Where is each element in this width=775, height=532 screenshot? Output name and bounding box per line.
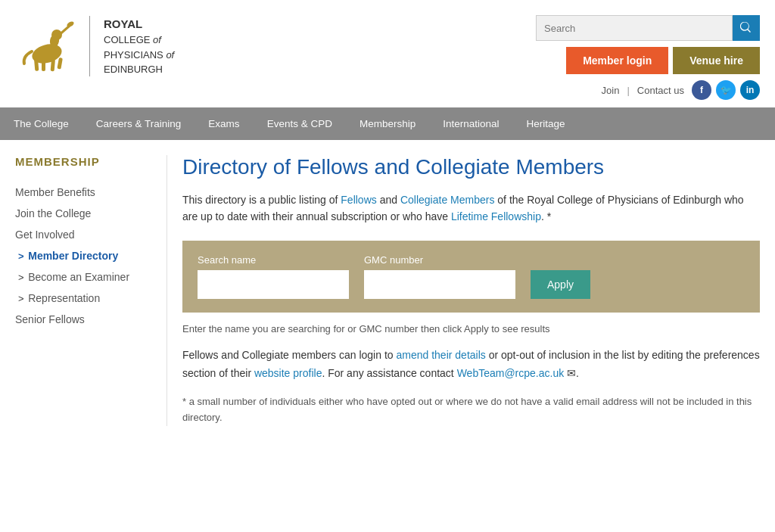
sidebar-join-college[interactable]: Join the College (15, 203, 151, 224)
logo-line1: ROYAL (104, 16, 174, 33)
sidebar-member-benefits[interactable]: Member Benefits (15, 182, 151, 203)
logo-divider (89, 16, 90, 76)
arrow-icon-3: > (18, 293, 26, 304)
sidebar-senior-fellows[interactable]: Senior Fellows (15, 309, 151, 330)
fellows-link[interactable]: Fellows (341, 194, 376, 206)
content-area: Directory of Fellows and Collegiate Memb… (167, 155, 760, 426)
name-field-group: Search name (198, 254, 349, 299)
linkedin-icon[interactable]: in (740, 80, 760, 100)
search-input[interactable] (536, 15, 733, 41)
logo-area: ROYAL COLLEGE of PHYSICIANS of EDINBURGH (15, 12, 174, 80)
footnote: * a small number of individuals either w… (182, 394, 760, 426)
nav-the-college[interactable]: The College (0, 107, 82, 140)
logo-line2: COLLEGE of (104, 33, 174, 48)
webteam-email-link[interactable]: WebTeam@rcpe.ac.uk (457, 367, 565, 379)
nav-heritage[interactable]: Heritage (513, 107, 579, 140)
svg-rect-8 (57, 58, 63, 70)
search-hint: Enter the name you are searching for or … (182, 323, 760, 334)
twitter-icon[interactable]: 🐦 (716, 80, 736, 100)
util-row: Join | Contact us f 🐦 in (602, 80, 760, 100)
sidebar-representation[interactable]: > Representation (15, 288, 151, 309)
nav-careers-training[interactable]: Careers & Training (82, 107, 195, 140)
header-right: Member login Venue hire Join | Contact u… (536, 12, 760, 100)
name-input[interactable] (198, 270, 349, 299)
sidebar-heading: MEMBERSHIP (15, 155, 151, 168)
nav-international[interactable]: International (429, 107, 512, 140)
arrow-icon: > (18, 250, 26, 262)
apply-button[interactable]: Apply (531, 270, 590, 299)
venue-hire-button[interactable]: Venue hire (673, 47, 760, 74)
login-paragraph: Fellows and Collegiate members can login… (182, 347, 760, 383)
logo-line4: EDINBURGH (104, 62, 174, 77)
action-buttons: Member login Venue hire (566, 47, 760, 74)
amend-details-link[interactable]: amend their details (396, 349, 485, 361)
logo-line3: PHYSICIANS of (104, 48, 174, 63)
social-icons: f 🐦 in (692, 80, 760, 100)
sidebar-get-involved[interactable]: Get Involved (15, 224, 151, 245)
gmc-field-group: GMC number (364, 254, 515, 299)
nav-exams[interactable]: Exams (195, 107, 253, 140)
search-fields: Search name GMC number Apply (198, 254, 745, 299)
search-row (536, 15, 760, 41)
util-divider: | (627, 85, 629, 96)
name-label: Search name (198, 254, 349, 266)
sidebar-member-directory[interactable]: > Member Directory (15, 245, 151, 266)
contact-link[interactable]: Contact us (637, 85, 684, 96)
sidebar-become-examiner[interactable]: > Become an Examiner (15, 266, 151, 288)
nav-membership[interactable]: Membership (346, 107, 429, 140)
sidebar: MEMBERSHIP Member Benefits Join the Coll… (15, 155, 167, 426)
join-link[interactable]: Join (602, 85, 620, 96)
nav-bar: The College Careers & Training Exams Eve… (0, 107, 775, 140)
collegiate-members-link[interactable]: Collegiate Members (400, 194, 495, 206)
logo-text: ROYAL COLLEGE of PHYSICIANS of EDINBURGH (104, 16, 174, 77)
intro-paragraph: This directory is a public listing of Fe… (182, 191, 760, 226)
search-button[interactable] (733, 15, 760, 41)
page-title: Directory of Fellows and Collegiate Memb… (182, 155, 760, 179)
gmc-label: GMC number (364, 254, 515, 266)
svg-rect-6 (42, 60, 45, 71)
website-profile-link[interactable]: website profile (254, 367, 322, 379)
search-icon (740, 22, 752, 34)
lifetime-fellowship-link[interactable]: Lifetime Fellowship (451, 210, 541, 222)
arrow-icon-2: > (18, 272, 26, 283)
facebook-icon[interactable]: f (692, 80, 711, 100)
logo-knight-icon (15, 12, 76, 80)
main-layout: MEMBERSHIP Member Benefits Join the Coll… (0, 140, 775, 441)
member-login-button[interactable]: Member login (566, 47, 668, 74)
gmc-input[interactable] (364, 270, 515, 299)
nav-events-cpd[interactable]: Events & CPD (254, 107, 346, 140)
search-form-box: Search name GMC number Apply (182, 241, 760, 313)
